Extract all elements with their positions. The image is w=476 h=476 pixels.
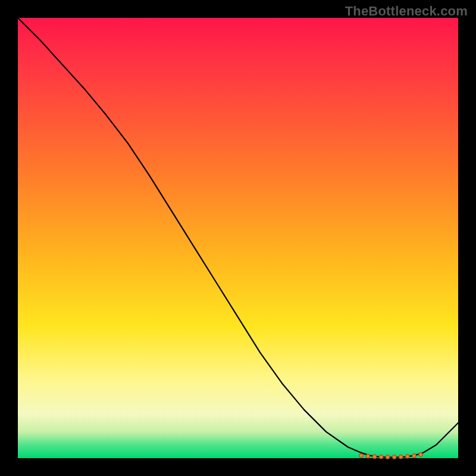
highlight-dot [399, 455, 403, 459]
highlight-dot [406, 455, 409, 458]
chart-svg [18, 18, 458, 458]
highlight-dot [412, 454, 416, 458]
highlight-dot [366, 455, 369, 458]
highlight-dot [386, 455, 389, 459]
highlight-dot [379, 455, 383, 459]
plot-area [18, 18, 458, 458]
highlight-dot [372, 455, 376, 458]
chart-container: TheBottleneck.com [0, 0, 476, 476]
highlight-dot [419, 453, 422, 456]
optimal-range-dots [359, 453, 422, 459]
highlight-dot [359, 453, 363, 457]
highlight-dot [393, 455, 396, 459]
watermark-text: TheBottleneck.com [345, 4, 468, 19]
bottleneck-curve [18, 18, 458, 458]
